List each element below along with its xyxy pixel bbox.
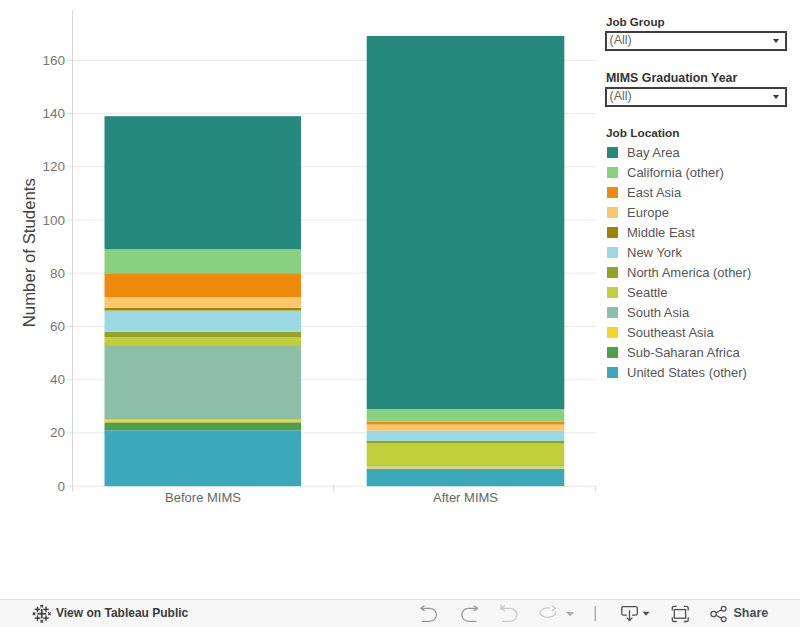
svg-text:Before MIMS: Before MIMS (165, 490, 241, 505)
svg-text:100: 100 (42, 213, 65, 228)
svg-text:60: 60 (50, 319, 65, 334)
svg-text:160: 160 (42, 53, 65, 68)
svg-text:20: 20 (50, 425, 65, 440)
svg-text:After MIMS: After MIMS (433, 490, 498, 505)
svg-text:80: 80 (50, 266, 65, 281)
svg-text:0: 0 (57, 479, 65, 494)
svg-text:140: 140 (42, 106, 65, 121)
svg-text:Number of Students: Number of Students (20, 178, 39, 327)
svg-text:120: 120 (42, 159, 65, 174)
svg-text:40: 40 (50, 372, 65, 387)
